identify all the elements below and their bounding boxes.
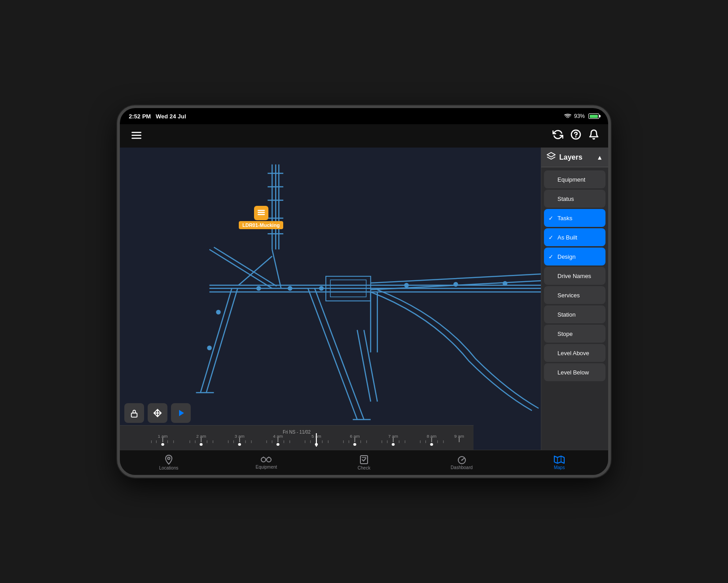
- layers-collapse-icon[interactable]: ▲: [596, 154, 603, 161]
- stack-icon-svg: [547, 152, 556, 160]
- svg-text:1 am: 1 am: [158, 434, 168, 438]
- svg-rect-1: [132, 135, 141, 136]
- nav-label-locations: Locations: [159, 466, 178, 470]
- layers-header: Layers ▲: [541, 148, 608, 167]
- move-icon: [153, 409, 162, 418]
- svg-text:9 am: 9 am: [454, 434, 464, 438]
- svg-text:4 am: 4 am: [273, 434, 283, 438]
- status-bar: 2:52 PM Wed 24 Jul 93%: [120, 108, 608, 124]
- nav-item-check[interactable]: Check: [315, 452, 413, 473]
- map-area[interactable]: LDR01-Mucking: [120, 148, 541, 450]
- notification-icon: [588, 129, 599, 140]
- layer-item-drive-names[interactable]: Drive Names: [544, 267, 605, 285]
- svg-rect-0: [132, 132, 141, 133]
- move-button[interactable]: [148, 403, 167, 423]
- svg-line-26: [315, 288, 364, 419]
- svg-point-109: [167, 457, 170, 460]
- help-icon: [570, 129, 581, 140]
- bottom-nav: Locations Equipment Check: [120, 450, 608, 475]
- svg-point-110: [261, 457, 266, 462]
- layers-panel: Layers ▲ EquipmentStatus✓Tasks✓As Built✓…: [541, 148, 608, 450]
- layer-name-drive-names: Drive Names: [557, 273, 591, 279]
- locations-icon: [164, 455, 173, 465]
- layer-name-level-above: Level Above: [557, 350, 589, 357]
- svg-rect-45: [132, 413, 137, 417]
- svg-line-22: [201, 288, 232, 393]
- svg-point-37: [503, 282, 507, 285]
- svg-point-38: [217, 310, 220, 314]
- svg-point-34: [320, 287, 323, 290]
- wifi-icon: [564, 113, 571, 119]
- layer-item-as-built[interactable]: ✓As Built: [544, 228, 605, 246]
- layers-list: EquipmentStatus✓Tasks✓As Built✓DesignDri…: [541, 167, 608, 450]
- status-right: 93%: [564, 113, 599, 119]
- layers-header-left: Layers: [547, 152, 583, 162]
- layer-item-status[interactable]: Status: [544, 190, 605, 208]
- svg-rect-43: [258, 212, 265, 213]
- equipment-label: LDR01-Mucking: [239, 221, 283, 229]
- svg-point-95: [353, 443, 356, 446]
- layer-item-equipment[interactable]: Equipment: [544, 170, 605, 188]
- refresh-icon: [553, 129, 563, 140]
- nav-label-check: Check: [358, 466, 370, 470]
- nav-label-equipment: Equipment: [255, 465, 277, 470]
- svg-point-35: [405, 283, 408, 287]
- layer-name-design: Design: [557, 253, 575, 260]
- timeline-track[interactable]: Fri NS - 11/02: [124, 429, 469, 447]
- svg-point-96: [392, 443, 395, 446]
- dashboard-nav-icon: [457, 455, 467, 464]
- layer-item-design[interactable]: ✓Design: [544, 248, 605, 265]
- svg-rect-44: [258, 214, 265, 215]
- layer-item-station[interactable]: Station: [544, 305, 605, 323]
- svg-point-36: [454, 283, 457, 286]
- svg-text:7 am: 7 am: [388, 434, 398, 438]
- svg-point-75: [200, 443, 203, 446]
- refresh-button[interactable]: [553, 129, 563, 143]
- layer-name-station: Station: [557, 311, 575, 318]
- notification-button[interactable]: [588, 129, 599, 143]
- layer-check-design: ✓: [548, 253, 555, 260]
- svg-line-25: [308, 288, 357, 419]
- menu-button[interactable]: [129, 128, 144, 144]
- layer-item-tasks[interactable]: ✓Tasks: [544, 209, 605, 227]
- svg-marker-48: [179, 410, 184, 416]
- svg-rect-2: [132, 138, 141, 139]
- timeline-bar[interactable]: Fri NS - 11/02: [120, 425, 474, 450]
- nav-item-locations[interactable]: Locations: [120, 452, 218, 473]
- list-icon: [258, 210, 265, 216]
- equipment-nav-icon: [261, 456, 272, 464]
- nav-item-maps[interactable]: Maps: [510, 452, 608, 473]
- svg-point-39: [208, 346, 211, 350]
- svg-point-76: [238, 443, 241, 446]
- layer-check-as-built: ✓: [548, 234, 555, 241]
- nav-item-dashboard[interactable]: Dashboard: [413, 452, 511, 473]
- svg-marker-108: [547, 152, 555, 157]
- layers-title: Layers: [559, 153, 583, 161]
- svg-line-16: [210, 249, 272, 288]
- svg-point-111: [267, 457, 271, 462]
- layer-name-level-below: Level Below: [557, 369, 589, 376]
- layer-name-equipment: Equipment: [557, 176, 585, 183]
- help-button[interactable]: [570, 129, 581, 143]
- timeline-ticks-svg: 1 am 2 am 3 am 4 am 5 am 6 am 7 am 8 am …: [124, 433, 469, 447]
- status-time: 2:52 PM Wed 24 Jul: [129, 113, 186, 120]
- lock-button[interactable]: [124, 403, 144, 423]
- lock-icon: [130, 409, 139, 418]
- layer-name-as-built: As Built: [557, 234, 577, 241]
- layer-item-level-above[interactable]: Level Above: [544, 344, 605, 362]
- layer-item-services[interactable]: Services: [544, 286, 605, 304]
- equipment-marker[interactable]: LDR01-Mucking: [239, 206, 283, 229]
- svg-line-40: [272, 249, 281, 288]
- layer-name-tasks: Tasks: [557, 215, 572, 222]
- layer-item-stope[interactable]: Stope: [544, 325, 605, 343]
- nav-item-equipment[interactable]: Equipment: [218, 453, 316, 472]
- svg-text:6 am: 6 am: [350, 434, 360, 438]
- layer-name-stope: Stope: [557, 331, 573, 337]
- svg-line-28: [357, 330, 371, 402]
- layer-item-level-below[interactable]: Level Below: [544, 363, 605, 381]
- svg-point-77: [276, 443, 280, 446]
- svg-point-97: [430, 443, 433, 446]
- play-button[interactable]: [171, 403, 191, 423]
- layer-name-status: Status: [557, 196, 574, 202]
- play-icon: [177, 409, 185, 417]
